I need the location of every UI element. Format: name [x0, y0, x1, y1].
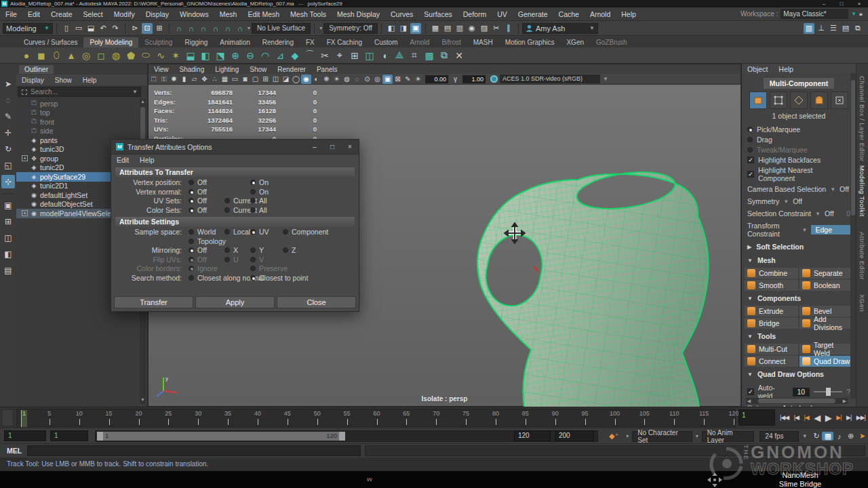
- snap-to-projected-center-icon[interactable]: ∩: [210, 23, 221, 34]
- select-by-component-icon[interactable]: ⊞: [154, 23, 165, 34]
- animation-end-field[interactable]: 200: [555, 430, 594, 441]
- lock-icon[interactable]: 🔒︎: [859, 10, 863, 18]
- maximize-button[interactable]: □: [833, 1, 850, 7]
- lasso-tool-icon[interactable]: ◌: [1, 94, 15, 107]
- chevron-down-icon[interactable]: ▾: [696, 433, 698, 439]
- auto-weld-checkbox[interactable]: ✓: [747, 388, 754, 395]
- step-back-frame-button[interactable]: |◀: [794, 414, 799, 421]
- open-editor-left-icon[interactable]: ◧: [386, 23, 397, 34]
- dialog-menu-edit[interactable]: Edit: [111, 156, 134, 164]
- step-back-key-button[interactable]: |◀: [804, 414, 808, 421]
- radio-option-uv[interactable]: UV: [250, 228, 269, 236]
- dialog-maximize-button[interactable]: □: [323, 143, 341, 150]
- mirror-icon[interactable]: ◫: [362, 48, 377, 63]
- radio-button[interactable]: [189, 275, 194, 281]
- range-start-handle[interactable]: [97, 432, 103, 441]
- open-editor-right-icon[interactable]: ◨: [398, 23, 409, 34]
- radio-option-x[interactable]: X: [224, 246, 238, 254]
- smooth-button[interactable]: Smooth: [745, 280, 798, 291]
- dialog-title-bar[interactable]: M Transfer Attributes Options –□×: [111, 140, 359, 155]
- menu-mesh-display[interactable]: Mesh Display: [332, 10, 385, 18]
- film-gate-icon[interactable]: ▤: [442, 23, 453, 34]
- shelf-tab-mash[interactable]: MASH: [467, 37, 499, 47]
- radio-button[interactable]: [747, 147, 753, 152]
- command-input-field[interactable]: [27, 445, 361, 456]
- radio-button[interactable]: [250, 180, 256, 185]
- outliner-item-top[interactable]: ⏍top: [16, 108, 141, 118]
- scroll-down-icon[interactable]: ▼: [140, 397, 146, 404]
- dialog-menu-help[interactable]: Help: [134, 156, 160, 164]
- poly-plane-icon[interactable]: ◻: [94, 48, 108, 63]
- shelf-tab-bifrost[interactable]: Bifrost: [435, 37, 467, 47]
- shelf-tab-arnold[interactable]: Arnold: [403, 37, 435, 47]
- radio-option-local[interactable]: Local: [224, 228, 250, 236]
- radio-button[interactable]: [189, 198, 194, 203]
- outliner-item-persp[interactable]: ⏍persp: [16, 99, 141, 108]
- highlighted-editor-icon[interactable]: ▣: [410, 23, 421, 34]
- outliner-pane-layout-icon[interactable]: ◧: [1, 247, 15, 261]
- dock-tab-modeling-toolkit[interactable]: Modeling Toolkit: [859, 165, 866, 217]
- radio-button[interactable]: [250, 207, 256, 213]
- make-live-icon[interactable]: ∩: [235, 23, 245, 34]
- step-forward-key-button[interactable]: ▶|: [836, 414, 841, 421]
- scroll-right-icon[interactable]: ▶: [842, 399, 848, 404]
- current-time-marker[interactable]: 1: [21, 410, 27, 427]
- chevron-down-icon[interactable]: ▼: [851, 11, 856, 17]
- sculpt-icon[interactable]: ◖: [377, 48, 392, 63]
- split-pane-layout-icon[interactable]: ◫: [1, 231, 15, 245]
- boolean-button[interactable]: Boolean: [800, 280, 853, 291]
- pause-icon[interactable]: ∥: [503, 23, 514, 34]
- toolkit-radio-pick-marquee[interactable]: Pick/Marquee: [742, 124, 856, 134]
- single-pane-layout-icon[interactable]: ▣: [1, 199, 15, 212]
- smooth-icon[interactable]: ◠: [258, 48, 273, 63]
- radio-option-off[interactable]: Off: [189, 197, 207, 205]
- radio-option-z[interactable]: Z: [283, 246, 296, 254]
- time-slider-ruler[interactable]: 1 51015202530354045505560657075808590951…: [16, 409, 736, 427]
- radio-option-off[interactable]: Off: [189, 256, 207, 264]
- radio-button[interactable]: [250, 257, 256, 262]
- radio-option-preserve[interactable]: Preserve: [250, 264, 288, 272]
- resolution-gate-icon[interactable]: ▥: [454, 23, 465, 34]
- scissors-icon[interactable]: ✂: [491, 23, 502, 34]
- shelf-tab-gozbrush[interactable]: GoZBrush: [590, 37, 633, 47]
- platonic-solid-icon[interactable]: ⬟: [123, 48, 138, 63]
- object-mode-icon[interactable]: [749, 92, 767, 109]
- radio-option-topology[interactable]: Topology: [189, 237, 226, 245]
- dock-tab-xgen[interactable]: XGen: [859, 294, 866, 312]
- minimize-button[interactable]: –: [815, 1, 833, 7]
- tool-category-selector[interactable]: Modeling▼: [3, 23, 53, 34]
- poly-cylinder-icon[interactable]: ⬯: [49, 48, 64, 63]
- snap-to-curve-icon[interactable]: ∩: [186, 23, 197, 34]
- checkbox[interactable]: ✓: [747, 171, 754, 178]
- play-backwards-button[interactable]: ◀: [814, 413, 820, 423]
- play-forwards-button[interactable]: ▶: [825, 413, 831, 423]
- dropdown-value[interactable]: Off: [793, 197, 802, 205]
- radio-option-component[interactable]: Component: [283, 228, 328, 236]
- radio-option-on[interactable]: On: [250, 188, 269, 196]
- menu-help[interactable]: Help: [616, 10, 642, 18]
- command-line-mode-label[interactable]: MEL: [7, 447, 22, 455]
- radio-button[interactable]: [189, 266, 194, 271]
- stacked-panels-icon[interactable]: ⧉: [852, 23, 863, 34]
- toolkit-menu-help[interactable]: Help: [773, 65, 799, 73]
- radio-button[interactable]: [224, 207, 230, 213]
- append-polygon-icon[interactable]: ⟁: [392, 48, 407, 63]
- radio-button[interactable]: [283, 229, 288, 235]
- toolkit-vertical-scrollbar[interactable]: [850, 73, 856, 399]
- radio-button[interactable]: [747, 127, 753, 132]
- scroll-left-icon[interactable]: ◀: [746, 399, 752, 404]
- dialog-minimize-button[interactable]: –: [306, 143, 323, 150]
- symmetrize-icon[interactable]: ⧉: [437, 48, 452, 63]
- range-end-handle[interactable]: [339, 432, 345, 441]
- radio-option-on[interactable]: On: [250, 178, 269, 186]
- bevel-icon[interactable]: ◆: [288, 48, 302, 63]
- shelf-tab-curves-surfaces[interactable]: Curves / Surfaces: [18, 37, 83, 47]
- time-slider-grip[interactable]: [1, 409, 14, 426]
- save-scene-icon[interactable]: ⬓: [85, 23, 96, 34]
- menu-edit-mesh[interactable]: Edit Mesh: [242, 10, 285, 18]
- select-by-hierarchy-icon[interactable]: ⊳: [130, 23, 140, 34]
- live-surface-field[interactable]: No Live Surface: [252, 23, 311, 34]
- menu-mesh[interactable]: Mesh: [214, 10, 243, 18]
- toolkit-radio-tweak-marquee[interactable]: Tweak/Marquee: [742, 144, 856, 155]
- extrude-icon[interactable]: ⊿: [273, 48, 288, 63]
